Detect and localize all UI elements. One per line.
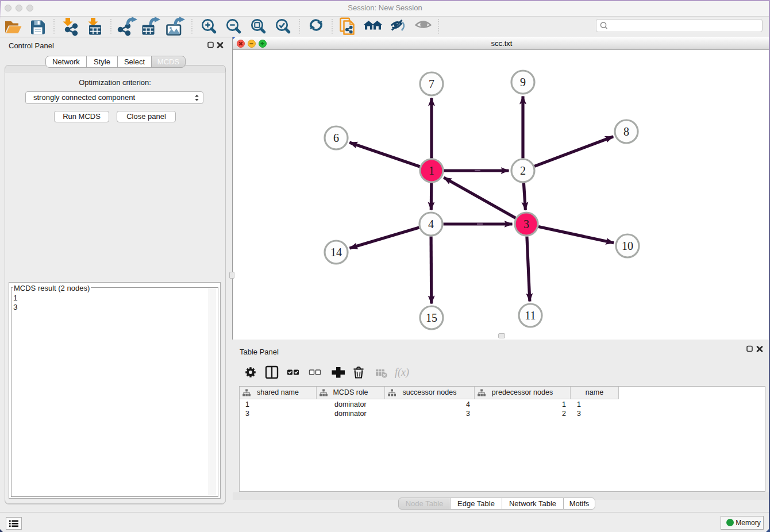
svg-text:7: 7 [429,78,434,90]
svg-text:15: 15 [426,311,437,324]
svg-text:9: 9 [520,76,526,88]
svg-text:1: 1 [429,164,434,177]
svg-text:f(x): f(x) [395,367,409,379]
svg-text:6: 6 [333,132,339,144]
svg-text:10: 10 [622,240,633,252]
svg-text:2: 2 [520,164,526,177]
svg-text:3: 3 [523,218,529,230]
svg-text:11: 11 [525,309,536,322]
svg-text:14: 14 [330,246,342,259]
svg-text:4: 4 [428,218,434,230]
svg-text:8: 8 [623,125,629,138]
